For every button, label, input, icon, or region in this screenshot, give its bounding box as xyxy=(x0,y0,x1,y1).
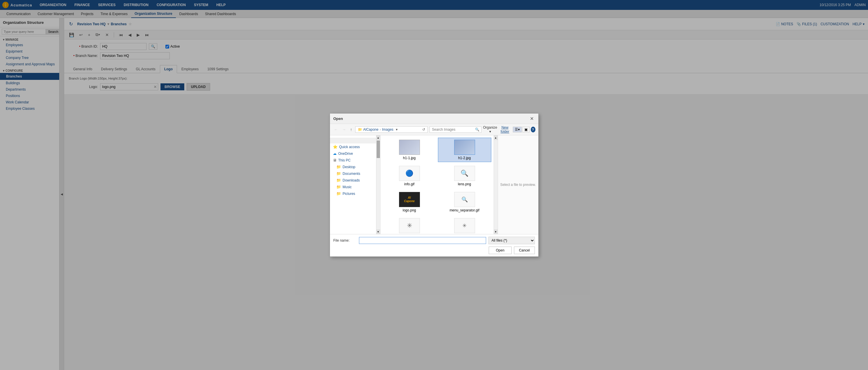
onedrive-icon: ☁ xyxy=(333,151,337,156)
dialog-filename-input[interactable] xyxy=(359,237,486,244)
path-dropdown-icon[interactable]: ▾ xyxy=(396,127,398,132)
file-item-spinner[interactable]: ✳ spinner.gif xyxy=(383,216,436,234)
dialog-cancel-button[interactable]: Cancel xyxy=(514,247,534,254)
dialog-toolbar-right: Organize ▾ New folder ☰▾ ▣ ? xyxy=(483,125,535,134)
dialog-header: Open ✕ xyxy=(330,114,538,124)
files-scrollbar[interactable]: ▲ ▼ xyxy=(494,135,498,234)
pictures-folder-icon: 📁 xyxy=(336,191,341,196)
file-item-info[interactable]: 🔵 info.gif xyxy=(383,164,436,188)
dialog-search-input[interactable] xyxy=(430,126,473,133)
dialog-open-button[interactable]: Open xyxy=(489,247,512,254)
dialog-sidebar: ⭐ Quick access ☁ OneDrive 🖥 This PC 📁 De… xyxy=(330,135,376,234)
file-name-h1-1: h1-1.jpg xyxy=(403,156,415,160)
sidebar-scrollbar[interactable]: ▲ ▼ xyxy=(376,135,380,234)
file-thumb-info: 🔵 xyxy=(399,166,420,181)
filename-label: File name: xyxy=(334,238,356,243)
this-pc-icon: 🖥 xyxy=(333,158,337,162)
path-separator: › xyxy=(380,127,381,132)
dialog-up-button[interactable]: ↑ xyxy=(349,126,353,133)
dialog-sidebar-documents[interactable]: 📁 Documents xyxy=(330,170,376,177)
dialog-body: ⭐ Quick access ☁ OneDrive 🖥 This PC 📁 De… xyxy=(330,135,538,234)
dialog-action-buttons: Open Cancel xyxy=(334,247,535,254)
file-item-h1-2[interactable]: h1-2.jpg xyxy=(438,138,491,162)
file-name-h1-2: h1-2.jpg xyxy=(458,156,471,160)
file-item-logo[interactable]: AlCapone logo.png xyxy=(383,190,436,214)
dialog-path: 📁 AlCapone › Images ▾ ↺ xyxy=(355,126,428,133)
file-name-menu-separator: menu_separator.gif xyxy=(450,208,479,212)
dialog-refresh-button[interactable]: ↺ xyxy=(422,127,425,132)
file-name-info: info.gif xyxy=(404,182,414,186)
file-thumb-menu-separator: 🔍 xyxy=(454,192,475,207)
documents-folder-icon: 📁 xyxy=(336,171,341,176)
dialog-forward-button[interactable]: → xyxy=(341,126,347,133)
dialog-overlay: Open ✕ ← → ↑ 📁 AlCapone › Images ▾ ↺ 🔍 O… xyxy=(0,0,868,370)
filename-row: File name: All files (*) xyxy=(334,237,535,244)
quick-access-icon: ⭐ xyxy=(333,145,338,149)
file-item-spinner-small[interactable]: ✳ spinnerSmall.gif xyxy=(438,216,491,234)
file-name-lens: lens.png xyxy=(458,182,471,186)
dialog-sidebar-quick-access[interactable]: ⭐ Quick access xyxy=(330,143,376,150)
dialog-bottom: File name: All files (*) Open Cancel xyxy=(330,234,538,256)
downloads-folder-icon: 📁 xyxy=(336,178,341,182)
folder-icon: 📁 xyxy=(358,127,362,132)
dialog-path-sub[interactable]: Images xyxy=(382,127,393,132)
file-thumb-spinner: ✳ xyxy=(399,218,420,233)
dialog-filetype-select[interactable]: All files (*) xyxy=(488,237,535,244)
view-large-button[interactable]: ▣ xyxy=(522,126,530,133)
dialog-toolbar: ← → ↑ 📁 AlCapone › Images ▾ ↺ 🔍 Organize… xyxy=(330,124,538,135)
dialog-sidebar-desktop[interactable]: 📁 Desktop xyxy=(330,164,376,170)
dialog-title: Open xyxy=(334,116,343,121)
dialog-sidebar-downloads[interactable]: 📁 Downloads xyxy=(330,177,376,183)
dialog-sidebar-this-pc[interactable]: 🖥 This PC xyxy=(330,157,376,164)
dialog-search: 🔍 xyxy=(430,126,482,133)
dialog-sidebar-music[interactable]: 📁 Music xyxy=(330,183,376,190)
file-name-logo: logo.png xyxy=(403,208,416,212)
dialog-sidebar-onedrive[interactable]: ☁ OneDrive xyxy=(330,150,376,157)
dialog-help-button[interactable]: ? xyxy=(531,126,535,133)
music-folder-icon: 📁 xyxy=(336,185,341,189)
dialog-back-button[interactable]: ← xyxy=(333,126,339,133)
dialog-sidebar-pictures[interactable]: 📁 Pictures xyxy=(330,190,376,197)
file-thumb-h1-1 xyxy=(399,140,420,155)
open-file-dialog: Open ✕ ← → ↑ 📁 AlCapone › Images ▾ ↺ 🔍 O… xyxy=(330,113,538,257)
file-thumb-lens: 🔍 xyxy=(454,166,475,181)
preview-text: Select a file to preview. xyxy=(500,183,536,187)
organize-button[interactable]: Organize ▾ xyxy=(483,125,497,134)
file-thumb-h1-2 xyxy=(454,140,475,155)
file-item-lens[interactable]: 🔍 lens.png xyxy=(438,164,491,188)
dialog-close-button[interactable]: ✕ xyxy=(529,116,535,121)
file-thumb-logo: AlCapone xyxy=(399,192,420,207)
view-details-button[interactable]: ☰▾ xyxy=(513,126,522,133)
dialog-file-grid: h1-1.jpg h1-2.jpg 🔵 info.gif xyxy=(380,135,494,234)
desktop-folder-icon: 📁 xyxy=(336,165,341,169)
dialog-search-button[interactable]: 🔍 xyxy=(473,126,481,133)
dialog-path-root[interactable]: AlCapone xyxy=(363,127,379,132)
file-item-h1-1[interactable]: h1-1.jpg xyxy=(383,138,436,162)
file-thumb-spinner-small: ✳ xyxy=(454,218,475,233)
new-folder-button[interactable]: New folder xyxy=(498,125,512,134)
file-item-menu-separator[interactable]: 🔍 menu_separator.gif xyxy=(438,190,491,214)
dialog-preview-pane: Select a file to preview. xyxy=(498,135,538,234)
